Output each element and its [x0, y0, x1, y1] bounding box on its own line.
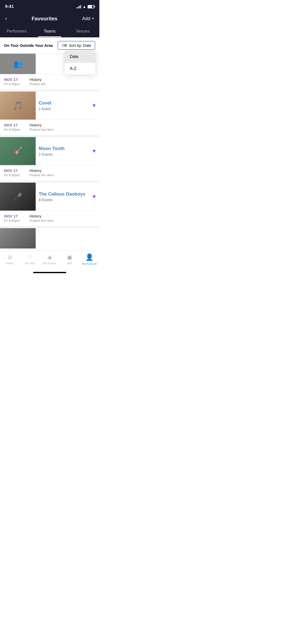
sort-dropdown: Date A-Z	[65, 51, 95, 75]
content-area: On Tour Outside Your Area Sort by: Date …	[0, 37, 99, 248]
tab-performers[interactable]: Performers	[0, 26, 33, 37]
venue-name-moon-tooth: History	[30, 168, 95, 173]
nav-label-for-you: For You	[25, 262, 35, 265]
my-account-icon: 👤	[85, 253, 93, 261]
event-date-sub-callous: Fri 6:00pm	[4, 219, 24, 223]
sort-toggle	[62, 44, 67, 47]
event-row-partial-top: NOV 17 Fri 6:00pm History Protest the	[0, 74, 99, 90]
for-you-icon: ♡	[27, 254, 32, 261]
event-date-sub-moon-tooth: Fri 6:00pm	[4, 173, 24, 177]
performer-image-partial-bottom	[0, 228, 36, 248]
event-row-covet: NOV 17 Fri 6:00pm History Protest the He…	[0, 120, 99, 135]
nav-label-home: Home	[6, 262, 13, 265]
event-venue-covet: History Protest the Hero	[30, 123, 95, 131]
performer-header-moon-tooth: 🎸 Moon Tooth 2 Events ♥	[0, 137, 99, 165]
my-events-icon: ◈	[48, 254, 52, 261]
performer-header-covet: 🎵 Covet 1 Event ♥	[0, 92, 99, 120]
event-row-callous: NOV 17 Fri 6:00pm History Protest the He…	[0, 211, 99, 226]
performer-name-callous: The Callous Daoboys	[39, 192, 86, 197]
performers-list: 🎵 Covet 1 Event ♥ NOV 17 Fri 6:00pm Hist…	[0, 92, 99, 248]
add-button[interactable]: Add +	[82, 16, 94, 21]
event-venue-callous: History Protest the Hero	[30, 214, 95, 223]
performer-info-partial-bottom	[36, 234, 99, 243]
venue-sub-moon-tooth: Protest the Hero	[30, 173, 95, 177]
sort-option-date[interactable]: Date	[65, 51, 95, 63]
performer-image-partial: 👥	[0, 54, 36, 74]
status-time: 9:41	[5, 4, 14, 9]
event-date-main-covet: NOV 17	[4, 123, 24, 127]
nav-item-home[interactable]: ⊙ Home	[0, 254, 20, 265]
performer-card-moon-tooth[interactable]: 🎸 Moon Tooth 2 Events ♥ NOV 17 Fri 6:00p…	[0, 137, 99, 181]
event-date-main-moon-tooth: NOV 17	[4, 168, 24, 173]
venue-sub-callous: Protest the Hero	[30, 219, 95, 223]
battery-icon	[88, 5, 94, 8]
performer-card-covet[interactable]: 🎵 Covet 1 Event ♥ NOV 17 Fri 6:00pm Hist…	[0, 92, 99, 135]
sort-button[interactable]: Sort by: Date	[58, 41, 95, 50]
section-label: On Tour Outside Your Area	[4, 43, 53, 48]
venue-sub-covet: Protest the Hero	[30, 128, 95, 131]
event-date-partial: NOV 17 Fri 6:00pm	[4, 77, 24, 86]
nav-label-my-events: My Events	[43, 262, 56, 265]
performer-image-moon-tooth: 🎸	[0, 137, 36, 165]
performer-name-moon-tooth: Moon Tooth	[39, 146, 86, 151]
sort-option-az[interactable]: A-Z	[65, 63, 95, 75]
sort-bar: On Tour Outside Your Area Sort by: Date …	[0, 37, 99, 54]
performer-card-partial-bottom[interactable]	[0, 228, 99, 248]
performer-name-covet: Covet	[39, 100, 86, 106]
performer-info-covet: Covet 1 Event	[36, 96, 89, 115]
favorite-button-callous[interactable]: ♥	[89, 189, 99, 204]
favorite-button-covet[interactable]: ♥	[89, 98, 99, 113]
sort-button-label: Sort by: Date	[69, 43, 91, 48]
performer-header-partial-bottom	[0, 228, 99, 248]
back-button[interactable]: ‹	[5, 15, 7, 22]
status-icons: ▲	[76, 5, 94, 9]
wifi-icon: ▲	[83, 5, 86, 9]
event-date-moon-tooth: NOV 17 Fri 6:00pm	[4, 168, 24, 177]
event-date-callous: NOV 17 Fri 6:00pm	[4, 214, 24, 223]
status-bar: 9:41 ▲	[0, 0, 99, 12]
tab-venues[interactable]: Venues	[66, 26, 99, 37]
performer-info-callous: The Callous Daoboys 8 Events	[36, 187, 89, 206]
performer-events-moon-tooth: 2 Events	[39, 152, 86, 156]
performer-events-callous: 8 Events	[39, 198, 86, 202]
tab-teams[interactable]: Teams	[33, 26, 66, 37]
header: ‹ Favourites Add +	[0, 12, 99, 26]
performer-image-covet: 🎵	[0, 92, 36, 120]
nav-label-sell: Sell	[67, 262, 72, 265]
tabs-bar: Performers Teams Venues	[0, 26, 99, 37]
nav-item-my-account[interactable]: 👤 My Account	[79, 253, 99, 265]
venue-name-callous: History	[30, 214, 95, 218]
event-venue-moon-tooth: History Protest the Hero	[30, 168, 95, 177]
nav-item-sell[interactable]: ▣ Sell	[60, 254, 79, 265]
sell-icon: ▣	[67, 254, 72, 261]
home-bar	[33, 272, 66, 273]
home-icon: ⊙	[8, 254, 12, 261]
event-row-moon-tooth: NOV 17 Fri 6:00pm History Protest the He…	[0, 165, 99, 181]
home-indicator	[0, 270, 99, 275]
bottom-nav: ⊙ Home ♡ For You ◈ My Events ▣ Sell 👤 My…	[0, 251, 99, 270]
event-date-main-callous: NOV 17	[4, 214, 24, 218]
event-date-sub-covet: Fri 6:00pm	[4, 128, 24, 131]
nav-item-for-you[interactable]: ♡ For You	[20, 254, 40, 265]
page-title: Favourites	[32, 16, 57, 22]
performer-image-callous: 🎤	[0, 183, 36, 211]
performer-events-covet: 1 Event	[39, 107, 86, 111]
event-venue-partial: History Protest the	[30, 77, 95, 86]
nav-item-my-events[interactable]: ◈ My Events	[40, 254, 60, 265]
performer-info-moon-tooth: Moon Tooth 2 Events	[36, 142, 89, 160]
nav-label-my-account: My Account	[82, 262, 97, 265]
favorite-button-moon-tooth[interactable]: ♥	[89, 144, 99, 158]
venue-name-covet: History	[30, 123, 95, 127]
signal-icon	[76, 5, 81, 8]
performer-header-callous: 🎤 The Callous Daoboys 8 Events ♥	[0, 183, 99, 211]
performer-card-callous-daoboys[interactable]: 🎤 The Callous Daoboys 8 Events ♥ NOV 17 …	[0, 183, 99, 226]
event-date-covet: NOV 17 Fri 6:00pm	[4, 123, 24, 131]
